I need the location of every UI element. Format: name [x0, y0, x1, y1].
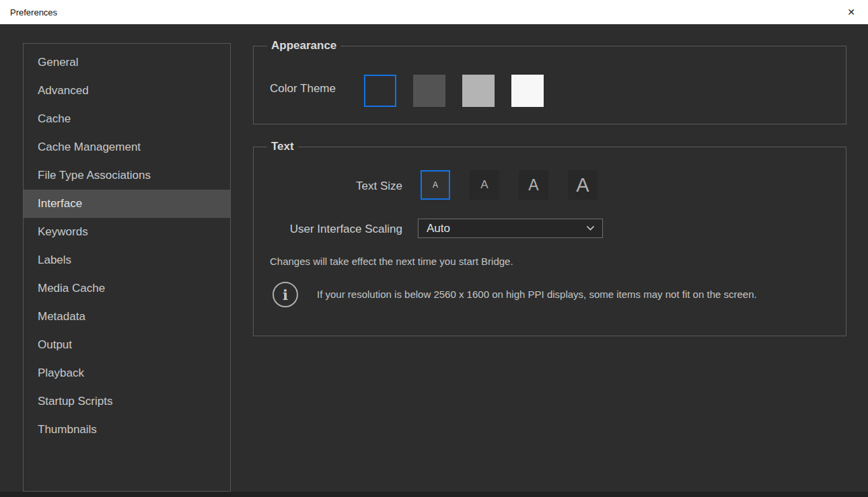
color-theme-swatch-lightest[interactable] [511, 75, 544, 107]
sidebar-item-thumbnails[interactable]: Thumbnails [24, 416, 230, 444]
sidebar-item-general[interactable]: General [24, 48, 230, 77]
window-title: Preferences [10, 7, 57, 17]
sidebar-item-file-type-associations[interactable]: File Type Associations [24, 161, 230, 190]
bottom-strip [0, 492, 868, 497]
title-bar: Preferences ✕ [0, 0, 868, 24]
info-icon: i [273, 282, 298, 307]
sidebar-item-keywords[interactable]: Keywords [24, 218, 230, 246]
sidebar-item-cache[interactable]: Cache [24, 105, 230, 133]
ui-scaling-label: User Interface Scaling [254, 223, 402, 236]
color-theme-label: Color Theme [270, 82, 336, 95]
sidebar-item-metadata[interactable]: Metadata [24, 303, 230, 331]
sidebar-item-interface[interactable]: Interface [24, 190, 230, 218]
preferences-category-list: General Advanced Cache Cache Management … [23, 43, 231, 492]
dialog-body: General Advanced Cache Cache Management … [0, 24, 868, 497]
resolution-info-note: If your resolution is below 2560 x 1600 … [317, 286, 803, 303]
appearance-group-legend: Appearance [267, 39, 340, 52]
sidebar-item-media-cache[interactable]: Media Cache [24, 274, 230, 303]
appearance-group: Appearance Color Theme [253, 46, 846, 124]
text-size-button-small[interactable]: A [470, 170, 499, 200]
color-theme-swatch-light[interactable] [462, 75, 495, 107]
chevron-down-icon [586, 225, 595, 231]
sidebar-item-labels[interactable]: Labels [24, 246, 230, 274]
text-size-button-large[interactable]: A [568, 170, 598, 200]
close-icon[interactable]: ✕ [844, 5, 858, 19]
text-size-button-medium[interactable]: A [519, 170, 548, 200]
ui-scaling-value: Auto [427, 222, 450, 235]
color-theme-swatch-darkest[interactable] [364, 75, 396, 107]
text-group-legend: Text [267, 140, 298, 153]
text-size-label: Text Size [254, 180, 402, 193]
info-icon-glyph: i [283, 286, 288, 303]
color-theme-swatch-dark[interactable] [413, 75, 445, 107]
sidebar-item-startup-scripts[interactable]: Startup Scripts [24, 387, 230, 416]
ui-scaling-dropdown[interactable]: Auto [418, 219, 603, 238]
restart-note: Changes will take effect the next time y… [270, 256, 513, 267]
sidebar-item-cache-management[interactable]: Cache Management [24, 133, 230, 161]
sidebar-item-advanced[interactable]: Advanced [24, 77, 230, 105]
sidebar-item-output[interactable]: Output [24, 331, 230, 359]
text-size-button-smallest[interactable]: A [421, 170, 450, 200]
text-group: Text Text Size A A A A User Interface Sc… [253, 147, 846, 336]
sidebar-item-playback[interactable]: Playback [24, 359, 230, 387]
